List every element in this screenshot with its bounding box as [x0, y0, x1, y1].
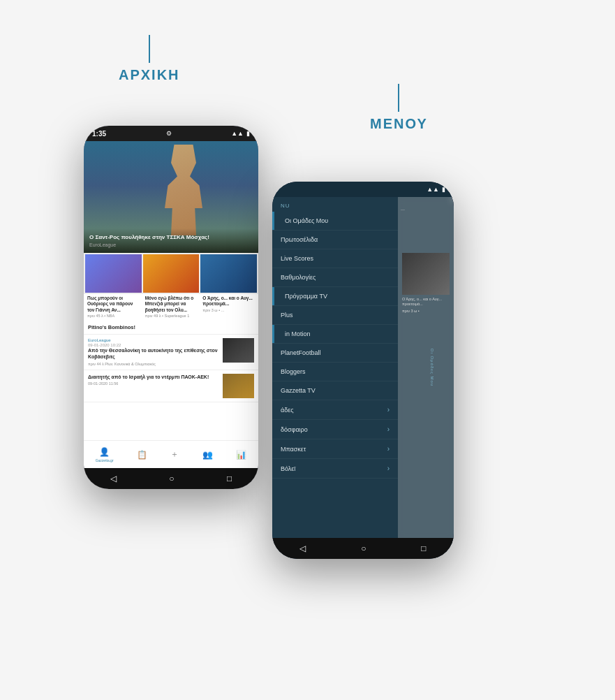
menu-android-nav: ◁ ○ □ [272, 538, 454, 559]
menu-item-accent-5 [272, 287, 274, 305]
article-1-content: EuroLeague 09-01-2020 10:22 Από την Θεσσ… [88, 338, 218, 365]
menu-item-label-rankings: Βαθμολογίες [281, 274, 316, 281]
nav-stats-icon: 📊 [236, 450, 246, 460]
menu-item-label-my-teams: Οι Ομάδες Μου [281, 217, 328, 224]
menu-battery-icon: ▮ [442, 186, 445, 193]
article-1[interactable]: EuroLeague 09-01-2020 10:22 Από την Θεσσ… [84, 335, 258, 370]
menu-item-accent-1 [272, 212, 274, 230]
android-recent[interactable]: □ [227, 474, 232, 483]
menu-item-planet-football[interactable]: PlanetFootball [272, 344, 398, 363]
menou-label: ΜΕΝΟΥ [370, 116, 428, 132]
menu-android-back[interactable]: ◁ [299, 544, 306, 553]
news-caption-3[interactable]: Ο Άρης, ο... και ο Αυγ... προετοιμά... π… [200, 294, 257, 319]
bottom-nav: 👤 Gazzetta.gr 📋 ＋ 👥 📊 [84, 440, 258, 468]
right-panel-image [402, 253, 450, 295]
article-1-title: Από την Θεσσαλονίκη το αυτοκίνητο της επ… [88, 347, 218, 360]
menu-item-in-motion[interactable]: in Motion [272, 325, 398, 344]
news-thumb-3[interactable] [200, 254, 257, 293]
home-status-bar: 1:35 ⚙ ▲▲ ▮ [84, 126, 258, 141]
menu-item-football[interactable]: δόσφαιρο › [272, 420, 398, 439]
pitino-article[interactable]: Pitino's Bombinos! [84, 321, 258, 335]
nav-stats[interactable]: 📊 [236, 450, 246, 460]
hero-title: Ο Σαντ-Ρος πουλήθηκε στην ΤΣΣΚΑ Μόσχας! [89, 234, 253, 241]
nav-add[interactable]: ＋ [170, 449, 179, 460]
nav-list-icon: 📋 [137, 450, 147, 460]
nav-teams[interactable]: 👥 [202, 450, 213, 460]
menu-item-my-teams[interactable]: Οι Ομάδες Μου [272, 212, 398, 231]
status-time: 1:35 [92, 130, 106, 138]
right-panel-content: ... Ο Άρης, ο... και ο Αυγ... προετοιμά.… [398, 197, 454, 319]
wifi-icon: ▲▲ [231, 130, 244, 137]
article-1-sub: Plus: Κανονικά & Ολυμπιακός [105, 362, 156, 366]
hero-overlay: Ο Σαντ-Ρος πουλήθηκε στην ΤΣΣΚΑ Μόσχας! … [84, 228, 258, 253]
news-thumb-2[interactable] [143, 254, 200, 293]
menu-item-label-bloggers: Bloggers [281, 368, 306, 375]
news-captions: Πως μπορούν οι Ουόριορς να πάρουν τον Γι… [84, 294, 258, 321]
battery-icon: ▮ [246, 130, 250, 137]
hero-category: EuroLeague [89, 242, 253, 247]
menu-item-frontpage[interactable]: Πρωτοσέλιδα [272, 231, 398, 249]
article-1-image [223, 338, 254, 363]
menu-item-bloggers[interactable]: Bloggers [272, 363, 398, 381]
menu-item-label-planet-football: PlanetFootball [281, 349, 321, 356]
right-panel-meta: πριν 3 ω • [401, 309, 451, 314]
menu-item-ades[interactable]: άδες › [272, 400, 398, 420]
news-thumb-1[interactable] [85, 254, 142, 293]
arrow-icon-basketball: › [387, 445, 390, 453]
arrow-icon-ades: › [387, 406, 390, 414]
menu-item-rankings[interactable]: Βαθμολογίες [272, 268, 398, 287]
article-2-image [223, 374, 254, 398]
android-back[interactable]: ◁ [110, 474, 117, 483]
status-icons: ▲▲ ▮ [231, 130, 250, 137]
menu-item-label-in-motion: in Motion [281, 330, 311, 337]
menu-list: nu Οι Ομάδες Μου Πρωτοσέλιδα Live Scores… [272, 197, 398, 538]
news-caption-1[interactable]: Πως μπορούν οι Ουόριορς να πάρουν τον Γι… [85, 294, 142, 319]
nav-add-icon: ＋ [170, 449, 179, 460]
arxiki-label-container: ΑΡΧΙΚΗ [119, 35, 180, 83]
menu-item-label-plus: Plus [281, 312, 293, 319]
menu-android-home[interactable]: ○ [361, 544, 366, 553]
arrow-icon-volleyball: › [387, 465, 390, 472]
news-caption-meta-1: πριν 45 λ • NBA [87, 314, 140, 318]
nav-home[interactable]: 👤 Gazzetta.gr [96, 447, 114, 462]
menu-item-plus[interactable]: Plus [272, 306, 398, 325]
phone-menu: ▲▲ ▮ nu Οι Ομάδες Μου Πρωτοσέλιδα Live S… [272, 182, 454, 559]
news-grid [84, 253, 258, 294]
menu-item-basketball[interactable]: Μπασκετ › [272, 439, 398, 459]
nav-teams-icon: 👥 [202, 450, 213, 460]
menu-item-label-football: δόσφαιρο [281, 426, 308, 433]
menu-android-recent[interactable]: □ [421, 544, 426, 553]
menu-screen: ▲▲ ▮ nu Οι Ομάδες Μου Πρωτοσέλιδα Live S… [272, 182, 454, 559]
article-2-meta: 09-01-2020 11:56 [88, 381, 218, 386]
home-screen: 1:35 ⚙ ▲▲ ▮ ☰ Ο Σαντ-Ρος πουλήθηκε στην … [84, 126, 258, 489]
menu-item-live-scores[interactable]: Live Scores [272, 249, 398, 268]
nav-list[interactable]: 📋 [137, 450, 147, 460]
news-caption-title-2: Μόνο εγώ βλέπω ότι ο Μπενζιά μπορεί να β… [145, 296, 198, 313]
hero-section: ☰ Ο Σαντ-Ρος πουλήθηκε στην ΤΣΣΚΑ Μόσχας… [84, 141, 258, 253]
menou-line [398, 84, 399, 112]
android-nav: ◁ ○ □ [84, 468, 258, 489]
android-home[interactable]: ○ [169, 474, 174, 483]
menu-item-label-frontpage: Πρωτοσέλιδα [281, 236, 318, 243]
menu-item-accent-7 [272, 325, 274, 343]
nav-home-icon: 👤 [99, 447, 110, 457]
news-caption-meta-2: πριν 49 λ • Superleague 1 [145, 314, 198, 318]
article-2[interactable]: Διαιτητής από το Ισραήλ για το ντέρμπι Π… [84, 370, 258, 402]
menu-item-gazzetta-tv[interactable]: Gazzetta TV [272, 381, 398, 400]
news-caption-2[interactable]: Μόνο εγώ βλέπω ότι ο Μπενζιά μπορεί να β… [143, 294, 200, 319]
menu-header: nu [272, 197, 398, 212]
article-2-title: Διαιτητής από το Ισραήλ για το ντέρμπι Π… [88, 374, 218, 380]
menu-item-volleyball[interactable]: Βόλεϊ › [272, 459, 398, 479]
article-1-cat: EuroLeague [88, 338, 218, 342]
menu-item-label-volleyball: Βόλεϊ [281, 465, 295, 472]
menu-item-tv-program[interactable]: Πρόγραμμα TV [272, 287, 398, 306]
right-panel-caption: Ο Άρης, ο... και ο Αυγ... προετοιμά... [401, 297, 451, 307]
article-1-meta: πριν 44 λ Plus: Κανονικά & Ολυμπιακός [88, 362, 218, 366]
menu-item-label-ades: άδες [281, 407, 294, 414]
pitino-title: Pitino's Bombinos! [88, 324, 254, 330]
menu-item-label-gazzetta-tv: Gazzetta TV [281, 387, 316, 394]
news-caption-meta-3: πριν 3 ω • ... [202, 308, 255, 312]
menu-status-bar: ▲▲ ▮ [272, 182, 454, 197]
article-1-time: πριν 44 λ [88, 362, 104, 366]
arrow-icon-football: › [387, 425, 390, 433]
